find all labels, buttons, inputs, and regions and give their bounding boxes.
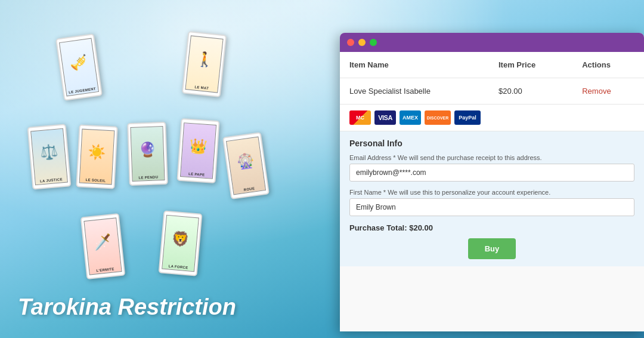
card-number-9: 9 (160, 210, 172, 212)
remove-link[interactable]: Remove (582, 87, 611, 96)
email-label: Email Address * We will send the purchas… (349, 154, 634, 161)
col-header-item-name: Item Name (340, 52, 489, 78)
paypal-icon: PayPal (454, 110, 481, 125)
tarot-card-3: 3 🔮 LE PENDU (127, 122, 168, 186)
item-name-cell: Love Specialist Isabelle (340, 78, 489, 105)
visa-icon: VISA (374, 110, 396, 125)
firstname-form-group: First Name * We will use this to persona… (349, 189, 634, 216)
mastercard-icon: MC (349, 110, 371, 125)
tarot-card-7: 7 🚶 LE MAT (182, 31, 227, 97)
card-number-3: 3 (127, 122, 134, 124)
purchase-total: Purchase Total: $20.00 (349, 223, 634, 232)
tarot-card-2: 2 ☀️ LE SOLEIL (76, 124, 117, 189)
col-header-item-price: Item Price (489, 52, 572, 78)
card-number-5: 5 (222, 132, 230, 139)
email-input[interactable] (349, 164, 634, 182)
tarot-card-1: 1 ⚖️ LA JUSTICE (27, 124, 72, 189)
card-number-4: 4 (178, 118, 189, 120)
card-number-2: 2 (76, 124, 86, 126)
item-price-cell: $20.00 (489, 78, 572, 105)
firstname-label: First Name * We will use this to persona… (349, 189, 634, 196)
table-row: Love Specialist Isabelle $20.00 Remove (340, 78, 644, 105)
tarot-card-9: 9 🦁 LA FORCE (159, 210, 203, 276)
browser-window: Item Name Item Price Actions Love Specia… (340, 33, 644, 331)
page-title: Tarokina Restriction (18, 294, 236, 320)
left-area: 1 ⚖️ LA JUSTICE 2 ☀️ LE SOLEIL 3 🔮 LE PE… (0, 0, 334, 338)
item-action-cell: Remove (572, 78, 644, 105)
card-number-7: 7 (184, 31, 196, 33)
personal-info-form: Personal Info Email Address * We will se… (340, 131, 644, 266)
close-button[interactable] (347, 39, 354, 46)
card-number-1: 1 (27, 124, 35, 128)
payment-icons-row: MC VISA AMEX DISCOVER PayPal (340, 105, 644, 131)
card-number-8: 8 (80, 213, 88, 219)
tarot-card-8: 8 🗡️ L'ERMITE (80, 213, 126, 279)
form-section-title: Personal Info (349, 139, 634, 148)
maximize-button[interactable] (370, 39, 377, 46)
browser-titlebar (340, 33, 644, 52)
tarot-card-5: 5 🎡 ROUE (222, 132, 270, 199)
card-number-6: 6 (55, 33, 63, 41)
email-form-group: Email Address * We will send the purchas… (349, 154, 634, 182)
firstname-input[interactable] (349, 198, 634, 216)
cart-table: Item Name Item Price Actions Love Specia… (340, 52, 644, 105)
discover-icon: DISCOVER (425, 110, 451, 125)
minimize-button[interactable] (358, 39, 366, 46)
tarot-card-4: 4 👑 LE PAPE (177, 118, 219, 183)
browser-content: Item Name Item Price Actions Love Specia… (340, 52, 644, 331)
amex-icon: AMEX (400, 110, 421, 125)
tarot-card-6: 6 🎺 LE JUGEMENT (55, 33, 103, 101)
buy-button[interactable]: Buy (468, 238, 516, 259)
col-header-actions: Actions (572, 52, 644, 78)
